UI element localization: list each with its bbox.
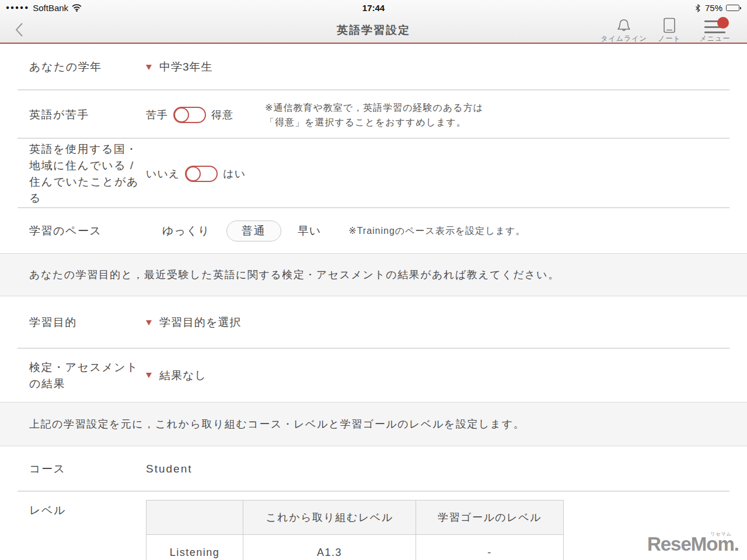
menu-button[interactable]: メニュー xyxy=(692,17,738,44)
pace-option-slow[interactable]: ゆっくり xyxy=(162,223,210,239)
level-table-header-row: これから取り組むレベル 学習ゴールのレベル xyxy=(146,501,564,535)
purpose-label: 学習目的 xyxy=(29,314,146,331)
menu-label: メニュー xyxy=(700,34,731,44)
row-level: レベル これから取り組むレベル 学習ゴールのレベル Listening A1.3… xyxy=(0,492,747,560)
level-cell-goal: - xyxy=(416,535,564,560)
purpose-value: 学習目的を選択 xyxy=(159,315,241,330)
watermark-ruby: リセマム xyxy=(710,531,732,537)
timeline-button[interactable]: タイムライン xyxy=(601,17,647,44)
weakness-label: 英語が苦手 xyxy=(29,107,146,123)
row-residence: 英語を使用する国・ 地域に住んでいる / 住んでいたことがある いいえ はい xyxy=(0,139,747,208)
pace-option-normal-selected[interactable]: 普通 xyxy=(226,220,281,242)
level-table-row-listening: Listening A1.3 - xyxy=(146,535,564,560)
level-table-header-skill xyxy=(146,501,243,535)
pace-label: 学習のペース xyxy=(29,223,146,239)
dropdown-triangle-icon xyxy=(146,320,152,326)
course-value: Student xyxy=(146,463,193,475)
section-banner-course: 上記の学習設定を元に，これから取り組むコース・レベルと学習ゴールのレベルを設定し… xyxy=(0,402,747,446)
assessment-select[interactable]: 結果なし xyxy=(146,368,207,383)
section-banner-purpose: あなたの学習目的と，最近受験した英語に関する検定・アセスメントの結果があれば教え… xyxy=(0,253,747,296)
dropdown-triangle-icon xyxy=(146,373,152,378)
carrier-label: SoftBank xyxy=(33,3,68,13)
section-banner-purpose-text: あなたの学習目的と，最近受験した英語に関する検定・アセスメントの結果があれば教え… xyxy=(29,268,559,282)
note-label: ノート xyxy=(658,34,681,44)
residence-on-label: はい xyxy=(223,167,246,181)
hamburger-icon xyxy=(704,20,725,33)
note-button[interactable]: ノート xyxy=(647,17,692,44)
level-table-header-goal: 学習ゴールのレベル xyxy=(416,501,564,535)
purpose-select[interactable]: 学習目的を選択 xyxy=(146,315,241,330)
resemom-watermark: リセマム ReseMom. xyxy=(647,533,739,555)
grade-label: あなたの学年 xyxy=(29,59,146,75)
wifi-icon xyxy=(72,4,82,12)
nav-bar: 英語学習設定 タイムライン xyxy=(0,16,747,43)
weakness-note: ※通信教育や教室で，英語学習の経験のある方は 「得意」を選択することをおすすめし… xyxy=(265,100,483,130)
assessment-value: 結果なし xyxy=(159,368,207,383)
toggle-knob xyxy=(186,166,201,181)
row-assessment: 検定・アセスメント の結果 結果なし xyxy=(0,349,747,402)
row-course: コース Student xyxy=(0,446,747,492)
row-purpose: 学習目的 学習目的を選択 xyxy=(0,296,747,349)
residence-label: 英語を使用する国・ 地域に住んでいる / 住んでいたことがある xyxy=(29,141,146,206)
course-label: コース xyxy=(29,461,146,477)
level-table: これから取り組むレベル 学習ゴールのレベル Listening A1.3 - xyxy=(146,500,564,560)
residence-off-label: いいえ xyxy=(146,167,180,181)
timeline-label: タイムライン xyxy=(601,34,647,44)
weakness-on-label: 得意 xyxy=(211,108,233,122)
pace-note: ※Trainingのペース表示を設定します。 xyxy=(348,223,525,238)
weakness-toggle[interactable] xyxy=(173,107,206,123)
level-cell-current: A1.3 xyxy=(243,535,416,560)
grade-value: 中学3年生 xyxy=(159,60,213,75)
pace-option-fast[interactable]: 早い xyxy=(298,223,321,239)
status-time: 17:44 xyxy=(0,3,747,13)
note-icon xyxy=(663,17,676,33)
dropdown-triangle-icon xyxy=(146,65,152,70)
level-table-header-current: これから取り組むレベル xyxy=(243,501,416,535)
battery-percent-label: 75% xyxy=(705,3,722,13)
level-cell-skill: Listening xyxy=(146,535,243,560)
bluetooth-icon xyxy=(694,4,701,12)
battery-icon xyxy=(726,5,741,11)
row-grade: あなたの学年 中学3年生 xyxy=(0,44,747,90)
nav-actions: タイムライン ノート xyxy=(601,17,738,44)
grade-select[interactable]: 中学3年生 xyxy=(146,60,213,75)
row-weakness: 英語が苦手 苦手 得意 ※通信教育や教室で，英語学習の経験のある方は 「得意」を… xyxy=(0,90,747,139)
english-learning-settings-screen: 17:44 ●●●●● SoftBank xyxy=(0,0,747,560)
assessment-label: 検定・アセスメント の結果 xyxy=(29,359,146,392)
residence-toggle[interactable] xyxy=(185,166,218,182)
header: 17:44 ●●●●● SoftBank xyxy=(0,0,747,44)
status-bar: 17:44 ●●●●● SoftBank xyxy=(0,0,747,16)
section-banner-course-text: 上記の学習設定を元に，これから取り組むコース・レベルと学習ゴールのレベルを設定し… xyxy=(29,417,525,431)
signal-strength-icon: ●●●●● xyxy=(6,4,29,10)
level-label: レベル xyxy=(29,492,146,519)
bell-icon xyxy=(616,17,632,33)
notification-badge xyxy=(717,17,729,29)
row-pace: 学習のペース ゆっくり 普通 早い ※Trainingのペース表示を設定します。 xyxy=(0,208,747,253)
toggle-knob xyxy=(174,107,189,123)
weakness-off-label: 苦手 xyxy=(146,108,168,122)
